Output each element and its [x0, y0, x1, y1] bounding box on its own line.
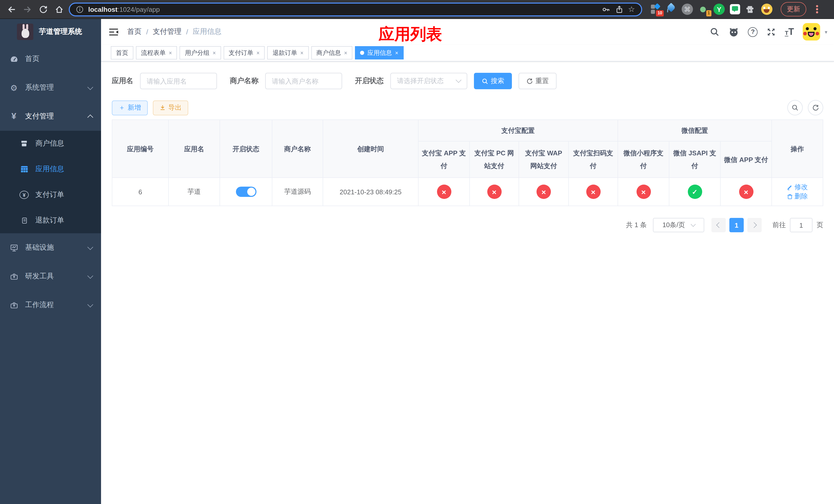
status-label: 开启状态	[355, 76, 384, 86]
sidebar-item-payment[interactable]: ¥ 支付管理	[0, 102, 101, 131]
sidebar-item-app-info[interactable]: 应用信息	[0, 156, 101, 182]
page-unit-label: 页	[816, 221, 823, 230]
tab-user-group[interactable]: 用户分组×	[180, 46, 221, 60]
status-cross-icon	[586, 185, 600, 199]
page-number-1[interactable]: 1	[729, 218, 744, 232]
next-page-button[interactable]	[747, 218, 762, 232]
sidebar-item-workflow[interactable]: 工作流程	[0, 291, 101, 319]
breadcrumb-payment[interactable]: 支付管理	[153, 27, 181, 37]
avatar[interactable]	[803, 23, 820, 41]
toggle-search-button[interactable]	[787, 100, 803, 115]
close-icon[interactable]: ×	[344, 50, 348, 56]
chevron-down-icon	[87, 84, 93, 90]
sidebar-item-pay-order[interactable]: ¥ 支付订单	[0, 182, 101, 208]
status-cross-icon	[536, 185, 551, 199]
search-button[interactable]: 搜索	[474, 73, 512, 89]
edit-link[interactable]: 修改	[787, 183, 808, 192]
extension-emoji-icon[interactable]	[761, 4, 772, 15]
cell-status	[220, 178, 272, 206]
col-alipay-wap: 支付宝 WAP 网站支付	[519, 141, 569, 178]
cell-alipay-wap	[519, 178, 569, 206]
sidebar-item-home[interactable]: 首页	[0, 45, 101, 73]
collapse-sidebar-icon[interactable]	[109, 27, 118, 36]
breadcrumb-current: 应用信息	[193, 27, 222, 37]
extension-badge: 10	[656, 10, 664, 17]
sidebar-item-dev-tools[interactable]: 研发工具	[0, 262, 101, 291]
status-select[interactable]: 请选择开启状态	[390, 73, 467, 89]
close-icon[interactable]: ×	[213, 50, 216, 56]
url-text: localhost:1024/pay/app	[88, 5, 160, 13]
browser-menu-icon[interactable]	[813, 5, 821, 13]
bookmark-star-icon[interactable]: ☆	[628, 5, 635, 14]
close-icon[interactable]: ×	[257, 50, 260, 56]
pagination-total: 共 1 条	[626, 221, 647, 230]
enabled-toggle[interactable]	[236, 187, 256, 197]
extension-chat-icon[interactable]	[730, 4, 740, 14]
browser-update-button[interactable]: 更新	[781, 2, 806, 17]
extension-command-icon[interactable]: ⌘	[682, 4, 693, 15]
merchant-name-label: 商户名称	[230, 76, 259, 86]
reset-button[interactable]: 重置	[519, 73, 556, 89]
sidebar-item-label: 基础设施	[25, 243, 54, 252]
briefcase-icon	[9, 301, 19, 310]
help-icon[interactable]: ?	[748, 27, 758, 37]
tab-app-info[interactable]: 应用信息×	[355, 46, 403, 60]
tab-merchant-info[interactable]: 商户信息×	[311, 46, 353, 60]
page-size-select[interactable]: 10条/页	[653, 218, 704, 232]
tab-refund-order[interactable]: 退款订单×	[267, 46, 309, 60]
goto-label: 前往	[772, 221, 786, 230]
export-button[interactable]: 导出	[153, 100, 188, 115]
extension-y-icon[interactable]: Y	[714, 4, 725, 15]
merchant-name-input[interactable]	[265, 73, 342, 89]
col-alipay-qr: 支付宝扫码支付	[569, 141, 618, 178]
fullscreen-icon[interactable]	[766, 27, 776, 37]
sidebar-item-infrastructure[interactable]: 基础设施	[0, 233, 101, 262]
cell-wechat-mini	[618, 178, 669, 206]
refresh-table-button[interactable]	[808, 100, 823, 115]
extension-tampermonkey-icon[interactable]: 10	[650, 4, 661, 15]
col-wechat-mini: 微信小程序支付	[618, 141, 669, 178]
goto-page-input[interactable]	[790, 218, 812, 232]
sidebar-item-label: 支付订单	[36, 190, 64, 200]
caret-down-icon[interactable]: ▾	[825, 29, 827, 35]
breadcrumb-home[interactable]: 首页	[127, 27, 141, 37]
share-icon[interactable]	[615, 5, 623, 14]
col-create-time: 创建时间	[323, 120, 418, 178]
close-icon[interactable]: ×	[300, 50, 304, 56]
address-bar[interactable]: localhost:1024/pay/app ☆	[69, 2, 642, 16]
close-icon[interactable]: ×	[395, 50, 398, 56]
delete-link[interactable]: 删除	[787, 192, 808, 201]
key-icon[interactable]	[601, 5, 610, 14]
col-status: 开启状态	[220, 120, 272, 178]
home-icon[interactable]	[53, 3, 65, 15]
sidebar-item-label: 支付管理	[25, 112, 54, 121]
breadcrumb: 首页 / 支付管理 / 应用信息	[127, 27, 222, 37]
active-dot	[360, 51, 364, 55]
font-size-icon[interactable]: TT	[785, 27, 794, 36]
prev-page-button[interactable]	[711, 218, 726, 232]
github-icon[interactable]	[728, 26, 739, 37]
search-icon[interactable]	[710, 27, 720, 37]
extensions-puzzle-icon[interactable]	[746, 4, 756, 14]
tab-process-form[interactable]: 流程表单×	[136, 46, 177, 60]
back-icon[interactable]	[5, 3, 18, 15]
info-icon[interactable]	[76, 5, 84, 13]
tab-pay-order[interactable]: 支付订单×	[224, 46, 265, 60]
sidebar-item-refund-order[interactable]: 退款订单	[0, 208, 101, 233]
sidebar-item-label: 研发工具	[25, 272, 54, 281]
col-app-name: 应用名	[169, 120, 220, 178]
extension-switcher-icon[interactable]: 1	[698, 4, 709, 15]
extension-kite-icon[interactable]	[666, 4, 677, 15]
tab-home[interactable]: 首页	[111, 46, 133, 60]
status-cross-icon	[487, 185, 501, 199]
sidebar-item-merchant-info[interactable]: 商户信息	[0, 131, 101, 156]
close-icon[interactable]: ×	[169, 50, 172, 56]
table-row: 6 芋道 芋道源码 2021-10-23 08:49:25	[112, 178, 823, 206]
add-button[interactable]: ＋ 新增	[112, 100, 148, 115]
app-name-input[interactable]	[140, 73, 217, 89]
col-app-id: 应用编号	[112, 120, 169, 178]
reload-icon[interactable]	[37, 3, 49, 15]
chevron-down-icon	[690, 222, 696, 227]
sidebar-item-system[interactable]: ⚙ 系统管理	[0, 73, 101, 102]
col-alipay-pc: 支付宝 PC 网站支付	[469, 141, 519, 178]
